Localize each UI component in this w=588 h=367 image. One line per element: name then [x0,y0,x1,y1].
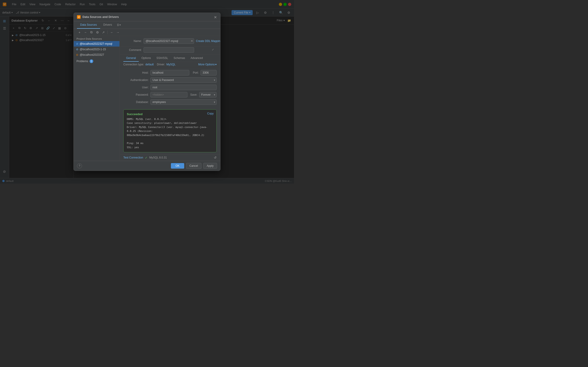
modal-title: Data Sources and Drivers [82,15,119,19]
auth-select[interactable]: User & Password [150,77,216,83]
tab-drivers[interactable]: Drivers [100,21,115,29]
success-title: Succeeded [127,112,213,116]
ds-config: Name: ✕ Create DDL Mapping Comment: ⤢ [120,36,220,161]
ds-item-label: @localhost2023-1-15 [80,48,106,51]
cancel-button[interactable]: Cancel [186,163,201,169]
port-input[interactable] [200,70,216,75]
apply-button[interactable]: Apply [203,163,217,169]
modal-close-button[interactable]: ✕ [213,15,217,20]
password-input[interactable] [150,92,187,98]
tab-more[interactable]: D ▾ [115,21,123,28]
config-tab-options[interactable]: Options [139,55,154,62]
modal-title-bar: IJ Data Sources and Drivers ✕ [74,13,220,21]
remove-button[interactable]: − [83,30,88,35]
ds-section-label: Project Data Sources [74,36,120,41]
ds-settings-button[interactable]: ⚙ [95,30,100,35]
problems-badge: 1 [90,59,93,63]
copy-button[interactable]: Copy [207,112,214,115]
password-label: Password: [123,93,149,96]
conn-type-label: Connection type: [123,63,144,66]
auth-row: Authentication: User & Password [123,77,216,83]
user-row: User: [123,85,216,90]
config-tab-general[interactable]: General [123,55,139,62]
user-label: User: [123,86,149,89]
comment-input[interactable] [144,47,194,53]
ds-item-mysql[interactable]: ⊘ @localhost2022327-mysql [74,41,120,47]
add-button[interactable]: + [77,30,82,35]
ds-export-button[interactable]: ↗ [101,30,106,35]
clear-icon[interactable]: ✕ [191,39,193,43]
more-options-label: More Options [198,63,215,66]
modal-footer: ? OK Cancel Apply [74,161,220,171]
ds-item-localhost-327[interactable]: ⊙ @localhost2023327 [74,52,120,58]
tab-data-sources[interactable]: Data Sources [77,21,100,29]
more-options-link[interactable]: More Options ▾ [198,63,216,66]
nav-back-button[interactable]: ← [109,30,114,35]
test-connection-version: MySQL 8.0.31 [149,156,167,159]
db-icon-2: ⊘ [76,48,78,51]
name-row: Name: ✕ Create DDL Mapping [120,36,220,46]
success-box: Succeeded Copy DBMS: MySQL (ver. 8.0.31)… [123,109,216,152]
name-label: Name: [123,40,142,43]
conn-type-value[interactable]: default [145,63,154,66]
database-input[interactable] [150,99,216,105]
modal-toolbar: + − ⧉ ⚙ ↗ ← → [74,29,220,36]
comment-label: Comment: [123,48,142,52]
test-connection-label[interactable]: Test Connection [123,156,143,159]
datasource-list: Project Data Sources ⊘ @localhost2022327… [74,36,120,161]
config-tabs: General Options SSH/SSL Schemas Advanced [120,55,220,62]
chevron-down-icon: ▾ [215,63,216,66]
comment-row: Comment: ⤢ [120,46,220,55]
ds-item-label: @localhost2022327-mysql [80,42,112,45]
port-label: Port: [193,71,199,74]
name-input[interactable] [144,38,194,44]
mysql-icon: ⊘ [76,42,78,45]
db-icon-3: ⊙ [76,53,78,56]
copy-ds-button[interactable]: ⧉ [89,30,94,35]
user-input[interactable] [150,85,216,90]
host-label: Host: [123,71,149,74]
modal-logo-icon: IJ [77,15,81,19]
password-row: Password: Save: Forever [123,92,216,98]
help-icon: ? [79,164,80,167]
config-form: Host: Port: Authentication: User & Passw… [120,67,220,108]
config-tab-schemas[interactable]: Schemas [171,55,188,62]
ok-button[interactable]: OK [171,163,184,169]
ds-item-localhost-2023[interactable]: ⊘ @localhost2023-1-15 [74,47,120,52]
modal-overlay: IJ Data Sources and Drivers ✕ Data Sourc… [0,0,294,184]
auth-label: Authentication: [123,78,149,82]
database-row: Database: [123,99,216,105]
test-connection-check-icon: ✓ [145,156,147,159]
problems-label: Problems [77,60,88,63]
nav-forward-button[interactable]: → [115,30,120,35]
conn-driver-label: Driver: [157,63,165,66]
chevron-down-icon: ▾ [120,24,121,26]
test-connection-bar: Test Connection ✓ MySQL 8.0.31 ↺ [120,154,220,161]
config-tab-advanced[interactable]: Advanced [188,55,206,62]
help-button[interactable]: ? [77,163,82,168]
host-row: Host: Port: [123,70,216,75]
database-label: Database: [123,100,149,104]
tab-d-label: D [117,23,119,27]
create-ddl-link[interactable]: Create DDL Mapping [196,40,220,43]
refresh-icon[interactable]: ↺ [214,156,216,159]
conn-driver-value[interactable]: MySQL [166,63,175,66]
host-input[interactable] [150,70,189,75]
modal-body: Project Data Sources ⊘ @localhost2022327… [74,36,220,161]
datasource-dialog: IJ Data Sources and Drivers ✕ Data Sourc… [73,13,221,171]
expand-icon[interactable]: ⤢ [212,48,214,51]
save-label: Save: [190,93,197,96]
ds-item-label: @localhost2023327 [80,53,104,56]
connection-type-row: Connection type: default Driver: MySQL M… [120,62,220,67]
ds-problems[interactable]: Problems 1 [74,58,120,65]
config-tab-ssh[interactable]: SSH/SSL [154,55,171,62]
success-text: DBMS: MySQL (ver. 8.0.31)✎ Case sensitiv… [127,117,213,150]
save-select[interactable]: Forever [199,92,216,98]
separator [107,31,108,34]
modal-tabs: Data Sources Drivers D ▾ [74,21,220,29]
